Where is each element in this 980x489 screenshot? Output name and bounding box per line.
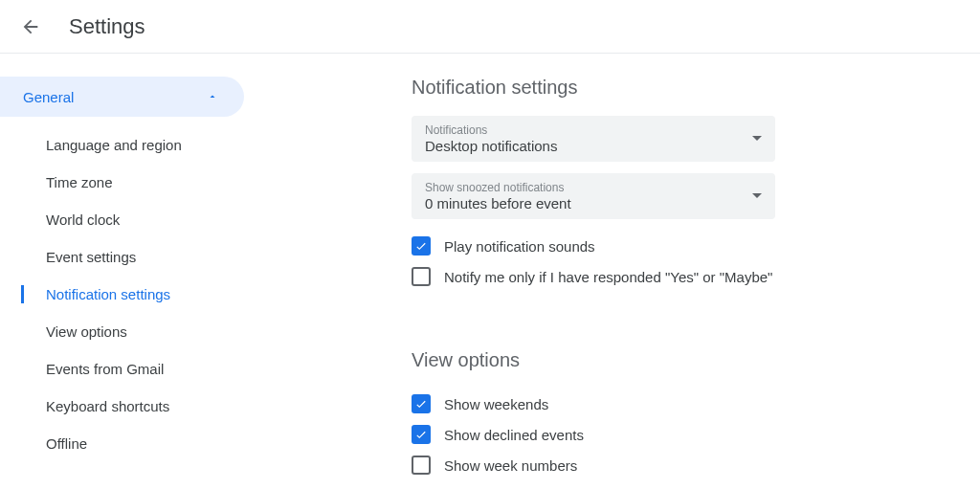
sidebar-item-label: Language and region — [46, 137, 182, 153]
caret-down-icon — [752, 191, 762, 201]
checkbox-playsounds[interactable] — [412, 236, 431, 256]
checkbox-showdeclined[interactable] — [412, 425, 431, 444]
sidebar-item-eventsgmail[interactable]: Events from Gmail — [0, 350, 287, 388]
sidebar-item-language[interactable]: Language and region — [0, 126, 287, 164]
check-row-showdeclined: Show declined events — [412, 419, 980, 450]
check-row-showweekends: Show weekends — [412, 389, 980, 419]
dropdown-label: Notifications — [425, 123, 557, 137]
checkbox-label: Notify me only if I have responded "Yes"… — [444, 269, 772, 285]
checkbox-label: Show declined events — [444, 427, 584, 443]
check-row-notifyresponded: Notify me only if I have responded "Yes"… — [412, 261, 980, 292]
back-arrow-icon[interactable] — [19, 15, 42, 38]
sidebar-category-general[interactable]: General — [0, 77, 244, 117]
sidebar-item-label: Event settings — [46, 249, 136, 265]
dropdown-value: 0 minutes before event — [425, 195, 571, 211]
page-title: Settings — [69, 14, 145, 39]
checkbox-label: Show weekends — [444, 396, 548, 412]
check-row-showweeknumbers: Show week numbers — [412, 450, 980, 480]
section-title-view: View options — [412, 349, 980, 371]
sidebar-item-label: Keyboard shortcuts — [46, 398, 169, 414]
sidebar: General Language and region Time zone Wo… — [0, 77, 287, 480]
dropdown-label: Show snoozed notifications — [425, 181, 571, 194]
caret-down-icon — [752, 134, 762, 144]
sidebar-item-viewoptions[interactable]: View options — [0, 313, 287, 350]
sidebar-item-notifications[interactable]: Notification settings — [0, 276, 287, 313]
section-view-options: View options Show weekends Show declined… — [412, 349, 980, 480]
section-title-notifications: Notification settings — [412, 77, 980, 99]
header: Settings — [0, 0, 980, 54]
sidebar-item-label: View options — [46, 323, 127, 340]
dropdown-value: Desktop notifications — [425, 138, 557, 154]
sidebar-item-label: Offline — [46, 435, 87, 452]
dropdown-notifications[interactable]: Notifications Desktop notifications — [412, 116, 775, 162]
sidebar-item-label: World clock — [46, 211, 120, 228]
check-row-playsounds: Play notification sounds — [412, 231, 980, 261]
checkbox-showweekends[interactable] — [412, 394, 431, 413]
body: General Language and region Time zone Wo… — [0, 54, 980, 480]
sidebar-item-label: Notification settings — [46, 286, 170, 302]
content: Notification settings Notifications Desk… — [287, 77, 980, 480]
sidebar-item-worldclock[interactable]: World clock — [0, 201, 287, 238]
sidebar-item-offline[interactable]: Offline — [0, 425, 287, 462]
checkbox-label: Show week numbers — [444, 457, 577, 474]
checkbox-label: Play notification sounds — [444, 238, 595, 255]
dropdown-snoozed[interactable]: Show snoozed notifications 0 minutes bef… — [412, 173, 775, 219]
sidebar-item-timezone[interactable]: Time zone — [0, 164, 287, 201]
chevron-up-icon — [204, 88, 221, 105]
sidebar-item-eventsettings[interactable]: Event settings — [0, 238, 287, 276]
sidebar-item-keyboardshortcuts[interactable]: Keyboard shortcuts — [0, 388, 287, 425]
checkbox-showweeknumbers[interactable] — [412, 456, 431, 475]
sidebar-item-label: Time zone — [46, 174, 112, 190]
sidebar-category-label: General — [23, 89, 74, 105]
checkbox-notifyresponded[interactable] — [412, 267, 431, 286]
sidebar-list: Language and region Time zone World cloc… — [0, 126, 287, 462]
sidebar-item-label: Events from Gmail — [46, 361, 164, 377]
